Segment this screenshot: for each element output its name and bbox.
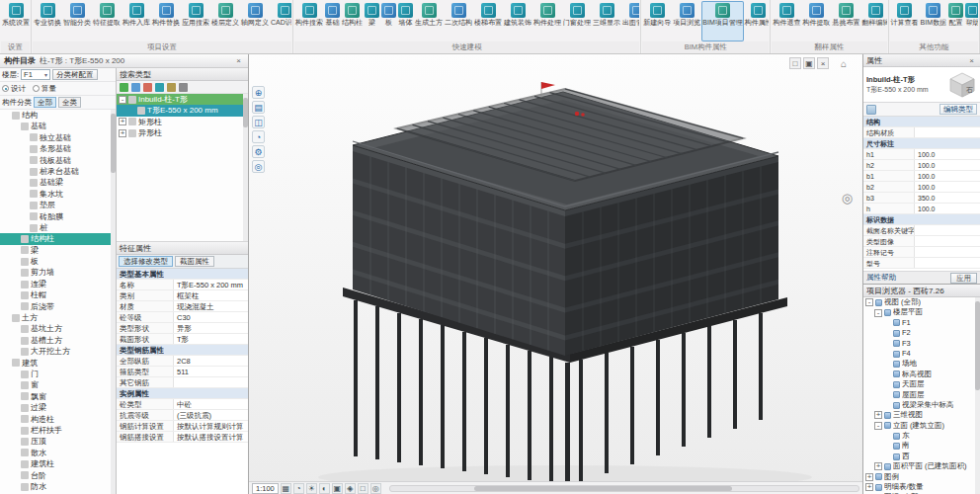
property-row[interactable]: 类型钢筋属性: [117, 345, 248, 356]
property-row[interactable]: 类别 框架柱: [117, 290, 248, 301]
classify-tree-config-button[interactable]: 分类树配置: [52, 69, 98, 80]
import-type-icon[interactable]: [167, 83, 176, 92]
property-row[interactable]: 实例属性: [117, 388, 248, 399]
close-icon[interactable]: ×: [966, 55, 977, 66]
property-value[interactable]: C30: [174, 312, 248, 322]
type-settings-icon[interactable]: [179, 83, 188, 92]
ribbon-button[interactable]: 构件提取: [801, 1, 831, 41]
property-value[interactable]: [915, 225, 980, 235]
property-row[interactable]: 类型基本属性: [117, 269, 248, 280]
sun-path-icon[interactable]: ☀: [306, 483, 317, 494]
tree-item[interactable]: 集水坑: [0, 189, 116, 200]
shadows-icon[interactable]: ◐: [319, 483, 330, 494]
ribbon-button[interactable]: 墙体: [397, 1, 414, 41]
ribbon-button[interactable]: 构件入库: [122, 1, 151, 41]
tree-item[interactable]: 筏板基础: [0, 155, 116, 166]
crop-view-icon[interactable]: ▣: [332, 483, 343, 494]
tree-item[interactable]: 砖胎膜: [0, 211, 116, 222]
browser-tree-item[interactable]: + 面积平面 (已建筑面积): [863, 461, 980, 471]
property-row[interactable]: 截面形状 T形: [117, 334, 248, 345]
tree-item[interactable]: - 结构: [0, 110, 116, 121]
browser-scrollbar[interactable]: [975, 297, 980, 494]
ribbon-button[interactable]: 二次结构: [444, 1, 473, 41]
scale-button[interactable]: 1:100: [252, 483, 279, 494]
property-value[interactable]: T形E-550 x 200 mm: [174, 280, 248, 289]
ribbon-button[interactable]: 轴网定义: [240, 1, 270, 41]
tree-item[interactable]: 构造柱: [0, 414, 116, 425]
tree-item[interactable]: - 土方: [0, 312, 116, 323]
property-value[interactable]: 511: [174, 367, 248, 376]
tree-expander-icon[interactable]: -: [874, 422, 882, 430]
tree-expander-icon[interactable]: +: [874, 411, 882, 419]
type-list-item[interactable]: - Inbuild-柱-T形: [117, 94, 248, 105]
property-value[interactable]: 按默认搭接设置计算: [174, 432, 248, 442]
tree-item[interactable]: 独立基础: [0, 132, 116, 143]
type-list-scrollbar[interactable]: [243, 94, 248, 241]
tree-item[interactable]: 柱帽: [0, 289, 116, 300]
tree-expander-icon[interactable]: -: [874, 309, 882, 317]
browser-tree-item[interactable]: + 三维视图: [863, 410, 980, 420]
tree-item[interactable]: 过梁: [0, 402, 116, 413]
tree-item[interactable]: 后浇带: [0, 301, 116, 312]
tree-item[interactable]: 梁: [0, 245, 116, 256]
browser-tree-item[interactable]: 天面层: [863, 379, 980, 389]
property-row[interactable]: 抗震等级 (三级抗震): [117, 410, 248, 421]
browser-tree-item[interactable]: 场地: [863, 359, 980, 369]
viewport-tool-icon[interactable]: ◎: [252, 160, 265, 173]
property-value[interactable]: 按默认计算规则计算: [174, 421, 248, 431]
ribbon-button[interactable]: 结构柱: [341, 1, 364, 41]
tree-item[interactable]: 垫层: [0, 200, 116, 210]
ribbon-button[interactable]: 楼梯布置: [473, 1, 503, 41]
tree-item[interactable]: 基础梁: [0, 177, 116, 188]
browser-tree-item[interactable]: 视梁采集中标高: [863, 400, 980, 410]
ribbon-button[interactable]: 专业切换: [33, 1, 62, 41]
floor-select[interactable]: F1 ▾: [21, 69, 50, 80]
ribbon-button[interactable]: 生成土方: [414, 1, 444, 41]
ribbon-button[interactable]: 项目浏览: [672, 1, 701, 41]
feature-props-tab[interactable]: 截面属性: [175, 256, 214, 267]
property-value[interactable]: 框架柱: [174, 290, 248, 300]
ribbon-button[interactable]: 构件处理: [532, 1, 562, 41]
viewport-tool-icon[interactable]: ⊕: [252, 86, 265, 99]
property-row[interactable]: 尺寸标注: [863, 138, 980, 149]
ribbon-button[interactable]: 出图管理: [621, 1, 639, 41]
ribbon-button[interactable]: 应用搜索: [181, 1, 210, 41]
property-value[interactable]: [174, 377, 248, 387]
property-row[interactable]: 截面名称关键字: [863, 225, 980, 236]
property-value[interactable]: 异形: [174, 323, 248, 333]
property-row[interactable]: 砼类型 中砼: [117, 399, 248, 410]
tree-item[interactable]: 窗: [0, 379, 116, 390]
filter-icon[interactable]: [866, 105, 876, 115]
browser-tree-item[interactable]: - 视图 (全部): [863, 297, 980, 307]
tree-item[interactable]: 基槽土方: [0, 335, 116, 346]
copy-type-icon[interactable]: [131, 83, 140, 92]
ribbon-button[interactable]: CAD识别: [270, 1, 291, 41]
ribbon-button[interactable]: 智能分类: [62, 1, 92, 41]
tree-item[interactable]: 结构柱: [0, 233, 116, 244]
property-value[interactable]: 100.0: [915, 149, 980, 159]
property-row[interactable]: h1 100.0: [863, 149, 980, 160]
browser-tree-item[interactable]: F2: [863, 328, 980, 338]
tree-item[interactable]: 散水: [0, 448, 116, 458]
crop-region-icon[interactable]: ◈: [345, 483, 356, 494]
tree-expander-icon[interactable]: +: [865, 473, 873, 481]
ribbon-button[interactable]: 翻样编辑: [860, 1, 886, 41]
type-list-item[interactable]: + 异形柱: [117, 127, 248, 138]
property-row[interactable]: 箍筋类型 511: [117, 367, 248, 377]
property-row[interactable]: 钢筋搭接设置 按默认搭接设置计算: [117, 432, 248, 443]
mode-radio[interactable]: 设计: [2, 84, 26, 94]
close-window-icon[interactable]: ×: [817, 57, 829, 69]
property-row[interactable]: 型号: [863, 258, 980, 269]
tree-expander-icon[interactable]: +: [119, 129, 126, 137]
ribbon-button[interactable]: 构件属性: [744, 1, 770, 41]
property-row[interactable]: 类型形状 异形: [117, 323, 248, 334]
tree-expander-icon[interactable]: +: [119, 118, 126, 125]
properties-help-link[interactable]: 属性帮助: [866, 273, 896, 283]
close-icon[interactable]: ×: [233, 55, 244, 66]
type-list-item[interactable]: + 矩形柱: [117, 117, 248, 127]
property-value[interactable]: 中砼: [174, 399, 248, 409]
ribbon-button[interactable]: 计算查看: [890, 1, 920, 41]
property-row[interactable]: 全部纵筋 2C8: [117, 356, 248, 367]
property-value[interactable]: [915, 236, 980, 246]
property-value[interactable]: (三级抗震): [174, 410, 248, 420]
